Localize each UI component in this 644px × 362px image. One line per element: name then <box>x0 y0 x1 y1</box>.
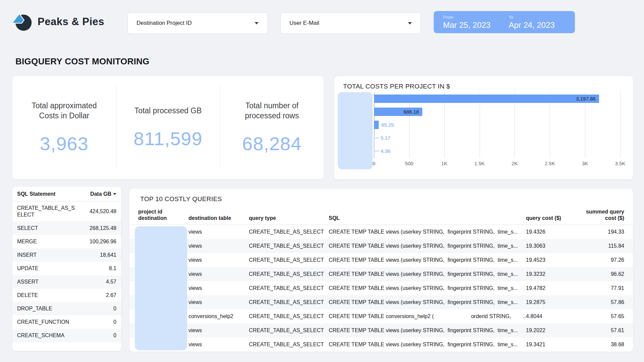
sql-statement-cell: CREATE_SCHEMA <box>17 332 77 339</box>
query-type-cell: CREATE_TABLE_AS_SELECT <box>249 257 329 263</box>
date-range-picker[interactable]: From Mar 25, 2023 To Apr 24, 2023 <box>434 11 575 33</box>
x-tick-label: 3.5K <box>615 161 626 166</box>
date-to: To Apr 24, 2023 <box>508 15 554 30</box>
sql-statement-table-card: SQL Statement Data GB CREATE_TABLE_AS_SE… <box>12 187 121 351</box>
column-header-destination-table[interactable]: destination table <box>189 215 249 221</box>
scorecard-label: Total processed GB <box>126 106 210 116</box>
table-row[interactable]: conversions_help2CREATE_TABLE_AS_SELECTC… <box>129 309 633 323</box>
costs-per-project-chart-card: TOTAL COSTS PER PROJECT IN $ 3,197.86686… <box>334 76 633 179</box>
sql-cell: CREATE TEMP TABLE views (userkey STRING,… <box>329 342 526 348</box>
query-cost-cell: 19.2022 <box>526 327 576 334</box>
summed-query-cost-cell: 77.91 <box>576 285 624 291</box>
project-filter-label: Destination Project ID <box>137 20 192 26</box>
query-cost-cell: 19.2875 <box>526 299 576 305</box>
table-row[interactable]: viewsCREATE_TABLE_AS_SELECTCREATE TEMP T… <box>129 338 633 352</box>
table-row[interactable]: viewsCREATE_TABLE_AS_SELECTCREATE TEMP T… <box>129 267 633 281</box>
table-row[interactable]: viewsCREATE_TABLE_AS_SELECTCREATE TEMP T… <box>129 281 633 295</box>
query-cost-cell: 19.3421 <box>526 342 576 348</box>
date-from-label: From <box>443 15 490 20</box>
scorecard-label: Total approximated Costs in Dollar <box>22 101 106 121</box>
query-cost-cell: 19.4523 <box>526 257 576 263</box>
redacted-project-labels <box>338 92 373 169</box>
sql-statement-cell: ASSERT <box>17 279 77 285</box>
queries-table-body: viewsCREATE_TABLE_AS_SELECTCREATE TEMP T… <box>129 225 633 352</box>
redacted-project-id-column <box>135 226 187 350</box>
destination-table-cell: views <box>189 299 249 305</box>
table-row[interactable]: viewsCREATE_TABLE_AS_SELECTCREATE TEMP T… <box>129 239 633 253</box>
table-row[interactable]: DROP_TABLE0 <box>12 302 121 315</box>
sql-statement-cell: DELETE <box>17 292 77 299</box>
sql-cell: CREATE TEMP TABLE views (userkey STRING,… <box>329 327 526 334</box>
table-row[interactable]: viewsCREATE_TABLE_AS_SELECTCREATE TEMP T… <box>129 295 633 309</box>
bar-row: 3,197.86 <box>374 92 620 105</box>
peaks-and-pies-logo-icon <box>11 12 32 32</box>
table-row[interactable]: CREATE_TABLE_AS_SELECT424,520.48 <box>12 201 121 222</box>
chart-title: TOTAL COSTS PER PROJECT IN $ <box>343 83 450 90</box>
destination-table-cell: views <box>189 327 249 334</box>
summed-query-cost-cell: 96.62 <box>576 271 624 277</box>
summed-query-cost-cell: 115.84 <box>576 243 624 249</box>
sql-statement-cell: CREATE_FUNCTION <box>17 319 77 325</box>
column-header-project-id-destination[interactable]: project id destination <box>138 208 189 221</box>
scorecard-processed-gb: Total processed GB 811,599 <box>116 86 220 169</box>
table-row[interactable]: CREATE_SCHEMA0 <box>12 329 121 342</box>
destination-table-cell: views <box>189 257 249 263</box>
query-type-cell: CREATE_TABLE_AS_SELECT <box>249 313 329 319</box>
sql-table-body: CREATE_TABLE_AS_SELECT424,520.48SELECT26… <box>12 201 121 342</box>
destination-table-cell: conversions_help2 <box>189 313 249 319</box>
x-tick-label: 500 <box>405 161 413 166</box>
query-type-cell: CREATE_TABLE_AS_SELECT <box>249 229 329 235</box>
sql-cell: CREATE TEMP TABLE conversions_help2 ( or… <box>329 313 526 319</box>
query-type-cell: CREATE_TABLE_AS_SELECT <box>249 271 329 277</box>
sql-statement-cell: DROP_TABLE <box>17 305 77 312</box>
connector-line <box>375 138 379 138</box>
summed-query-cost-cell: 57.65 <box>576 313 624 319</box>
table-row[interactable]: ASSERT4.57 <box>12 275 121 289</box>
project-filter-dropdown[interactable]: Destination Project ID <box>127 12 268 34</box>
gridline <box>620 92 621 158</box>
connector-line <box>375 151 379 151</box>
data-gb-cell: 0 <box>77 333 116 339</box>
query-type-cell: CREATE_TABLE_AS_SELECT <box>249 299 329 305</box>
x-axis: 05001K1.5K2K2.5K3K3.5K <box>374 161 620 168</box>
sql-statement-cell: MERGE <box>17 238 77 245</box>
query-cost-cell: 19.4782 <box>526 285 576 291</box>
brand-logo: Peaks & Pies <box>11 12 104 32</box>
x-tick-label: 2K <box>512 161 518 166</box>
summed-query-cost-cell: 194.33 <box>576 229 624 235</box>
column-header-query-cost[interactable]: query cost ($) <box>526 215 576 221</box>
sql-cell: CREATE TEMP TABLE views (userkey STRING,… <box>329 243 526 249</box>
column-header-summed-query-cost[interactable]: summed query cost ($) <box>576 208 624 221</box>
cost-bar[interactable] <box>374 95 599 103</box>
sql-cell: CREATE TEMP TABLE views (userkey STRING,… <box>329 229 526 235</box>
scorecard-value: 68,284 <box>242 133 302 155</box>
summed-query-cost-cell: 57.61 <box>576 327 624 334</box>
table-row[interactable]: DELETE2.67 <box>12 289 121 302</box>
header: Peaks & Pies Destination Project ID User… <box>0 0 644 47</box>
sql-cell: CREATE TEMP TABLE views (userkey STRING,… <box>329 299 526 305</box>
column-header-query-type[interactable]: query type <box>249 215 329 221</box>
email-filter-dropdown[interactable]: User E-Mail <box>280 12 421 34</box>
table-row[interactable]: viewsCREATE_TABLE_AS_SELECTCREATE TEMP T… <box>129 253 633 267</box>
table-row[interactable]: INSERT18,641 <box>12 248 121 262</box>
bar-value-label: 65.25 <box>381 122 394 128</box>
query-type-cell: CREATE_TABLE_AS_SELECT <box>249 285 329 291</box>
date-from-value: Mar 25, 2023 <box>443 20 490 30</box>
table-row[interactable]: MERGE100,296.96 <box>12 235 121 248</box>
table-row[interactable]: CREATE_FUNCTION0 <box>12 315 121 329</box>
query-cost-cell: 19.4326 <box>526 229 576 235</box>
bar-row: 686.18 <box>374 105 620 118</box>
email-filter-label: User E-Mail <box>289 20 319 26</box>
sql-cell: CREATE TEMP TABLE views (userkey STRING,… <box>329 257 526 263</box>
table-row[interactable]: viewsCREATE_TABLE_AS_SELECTCREATE TEMP T… <box>129 323 633 338</box>
column-header-data-gb[interactable]: Data GB <box>77 191 116 197</box>
column-header-sql-statement[interactable]: SQL Statement <box>17 191 77 197</box>
cost-bar[interactable] <box>374 121 379 129</box>
summed-query-cost-cell: 97.26 <box>576 257 624 263</box>
x-tick-label: 2.5K <box>545 161 555 166</box>
page-title: BIGQUERY COST MONITORING <box>15 56 150 67</box>
table-row[interactable]: viewsCREATE_TABLE_AS_SELECTCREATE TEMP T… <box>129 225 633 239</box>
table-row[interactable]: SELECT268,125.48 <box>12 222 121 235</box>
table-row[interactable]: UPDATE8.1 <box>12 262 121 275</box>
column-header-sql[interactable]: SQL <box>329 215 526 221</box>
